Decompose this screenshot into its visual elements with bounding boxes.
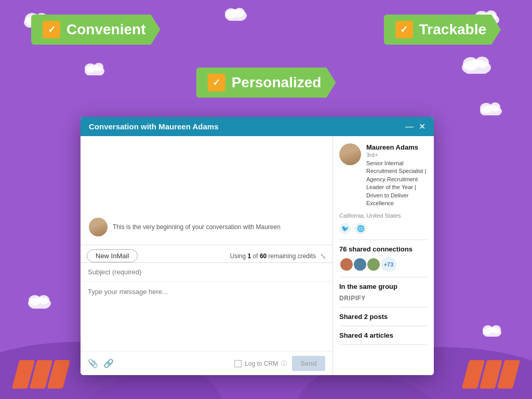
dialog-body: This is the very beginning of your conve… [81, 136, 434, 375]
conn-more: +73 [381, 257, 396, 272]
svg-point-14 [94, 63, 103, 71]
profile-title: Senior Internal Recruitment Specialist |… [366, 159, 428, 207]
crm-info-icon: ⓘ [281, 360, 287, 367]
divider-4 [339, 326, 428, 326]
profile-degree: 3rd+ [366, 152, 378, 158]
close-button[interactable]: ✕ [419, 123, 425, 131]
shared-connections-title: 76 shared connections [339, 245, 428, 253]
personalized-check-icon: ✓ [208, 74, 225, 91]
divider-5 [339, 344, 428, 345]
personalized-badge: ✓ Personalized [196, 68, 336, 98]
conversation-area: This is the very beginning of your conve… [81, 136, 332, 245]
svg-point-17 [475, 57, 489, 68]
subject-input[interactable] [81, 263, 332, 282]
compose-footer: 📎 🔗 Log to CRM ⓘ Send [81, 351, 332, 375]
twitter-icon[interactable]: 🐦 [339, 223, 351, 234]
deco-chevrons-left [16, 360, 66, 389]
log-crm-checkbox[interactable] [234, 360, 242, 367]
trackable-label: Trackable [419, 21, 486, 38]
shared-posts-title: Shared 2 posts [339, 313, 428, 321]
tab-inmail[interactable]: New InMail [87, 249, 138, 262]
badges-row-top: ✓ Convenient ✓ Trackable [0, 15, 532, 45]
social-icons-row: 🐦 🌐 [339, 223, 428, 234]
profile-name-row: Maureen Adams 3rd+ [366, 143, 428, 158]
personalized-badge-wrapper: ✓ Personalized [196, 68, 336, 98]
conversation-start-text: This is the very beginning of your conve… [113, 223, 281, 231]
compose-area: New InMail Using 1 of 60 remaining credi… [81, 245, 332, 375]
compose-tabs: New InMail Using 1 of 60 remaining credi… [81, 245, 332, 263]
user-avatar [89, 218, 108, 236]
credits-used: 1 [248, 252, 251, 260]
dialog-title: Conversation with Maureen Adams [89, 122, 219, 131]
svg-point-25 [483, 325, 493, 335]
divider-2 [339, 277, 428, 277]
connections-avatars-row: +73 [339, 257, 428, 272]
right-sidebar: Maureen Adams 3rd+ Senior Internal Recru… [332, 136, 434, 375]
profile-section: Maureen Adams 3rd+ Senior Internal Recru… [339, 143, 428, 207]
svg-point-20 [490, 102, 500, 112]
profile-name: Maureen Adams [366, 143, 418, 151]
trackable-check-icon: ✓ [395, 21, 413, 38]
deco-chevrons-right [466, 360, 516, 389]
profile-info: Maureen Adams 3rd+ Senior Internal Recru… [366, 143, 428, 207]
website-icon[interactable]: 🌐 [355, 223, 366, 234]
group-name: DRIPIFY [339, 295, 428, 302]
left-panel: This is the very beginning of your conve… [81, 136, 332, 375]
divider-3 [339, 307, 428, 308]
conn-avatar-1 [339, 257, 354, 272]
shared-articles-title: Shared 4 articles [339, 331, 428, 339]
convenient-check-icon: ✓ [43, 21, 60, 38]
credits-info: Using 1 of 60 remaining credits [230, 252, 316, 260]
svg-point-23 [38, 295, 49, 304]
attachment-icon[interactable]: 📎 [88, 358, 98, 368]
credits-total: 60 [260, 252, 267, 260]
convenient-badge: ✓ Convenient [31, 15, 160, 45]
trackable-badge: ✓ Trackable [384, 15, 501, 45]
conn-avatar-3 [366, 257, 381, 272]
conn-avatar-2 [353, 257, 367, 272]
link-icon[interactable]: 🔗 [103, 358, 114, 368]
personalized-label: Personalized [232, 74, 322, 91]
divider-1 [339, 240, 428, 240]
send-button[interactable]: Send [292, 356, 325, 371]
message-textarea[interactable] [81, 282, 332, 349]
dialog-controls: — ✕ [405, 123, 425, 131]
minimize-button[interactable]: — [405, 123, 414, 131]
profile-avatar [339, 143, 361, 165]
conversation-dialog: Conversation with Maureen Adams — ✕ This… [81, 117, 434, 375]
profile-location: California, United States [339, 212, 428, 219]
log-crm-section: Log to CRM ⓘ [234, 360, 287, 367]
conversation-start-message: This is the very beginning of your conve… [89, 218, 281, 236]
svg-point-26 [491, 325, 501, 334]
same-group-title: In the same group [339, 283, 428, 290]
expand-icon[interactable]: ⤡ [320, 252, 326, 260]
log-crm-label: Log to CRM [245, 360, 278, 367]
dialog-titlebar: Conversation with Maureen Adams — ✕ [81, 117, 434, 136]
convenient-label: Convenient [66, 21, 145, 38]
